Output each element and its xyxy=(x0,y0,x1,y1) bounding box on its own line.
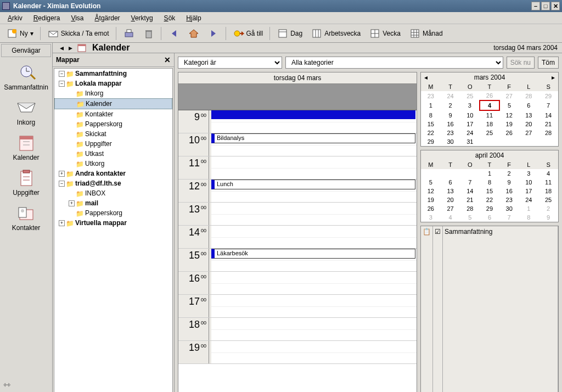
mini-day[interactable]: 23 xyxy=(421,91,441,100)
mini-day[interactable]: 11 xyxy=(480,110,499,120)
mini-day[interactable]: 6 xyxy=(480,213,499,222)
mini-day[interactable]: 27 xyxy=(519,128,539,137)
mini-day[interactable]: 31 xyxy=(460,137,480,146)
mini-day[interactable]: 3 xyxy=(519,169,539,178)
mini-day[interactable]: 30 xyxy=(499,204,519,213)
mini-day[interactable]: 26 xyxy=(499,128,519,137)
menu-åtgärder[interactable]: Åtgärder xyxy=(89,13,126,23)
mini-day[interactable]: 29 xyxy=(480,204,499,213)
mini-day[interactable]: 3 xyxy=(421,213,441,222)
shortcut-uppgifter[interactable]: Uppgifter xyxy=(0,164,52,199)
mini-day[interactable]: 1 xyxy=(480,169,499,178)
mini-day[interactable]: 8 xyxy=(480,178,499,187)
mini-day[interactable]: 16 xyxy=(499,187,519,195)
mini-day[interactable] xyxy=(480,137,499,146)
mini-day[interactable]: 5 xyxy=(499,100,519,110)
mini-day[interactable]: 20 xyxy=(441,195,460,204)
shortcut-inkorg[interactable]: Inkorg xyxy=(0,93,52,128)
event[interactable]: Lunch xyxy=(211,180,415,189)
mini-day[interactable]: 4 xyxy=(538,169,558,178)
mini-day[interactable]: 23 xyxy=(441,128,460,137)
tree-node[interactable]: 📁INBOX xyxy=(54,188,172,198)
mini-day[interactable]: 2 xyxy=(538,204,558,213)
menu-verktyg[interactable]: Verktyg xyxy=(126,13,159,23)
mini-day[interactable]: 14 xyxy=(460,187,480,195)
mini-day[interactable]: 6 xyxy=(519,100,539,110)
mini-day[interactable]: 25 xyxy=(538,195,558,204)
mini-day[interactable]: 26 xyxy=(480,91,499,100)
back-button[interactable]: ◂ xyxy=(57,43,66,52)
mini-day[interactable]: 10 xyxy=(519,178,539,187)
mini-day[interactable]: 17 xyxy=(460,120,480,128)
mini-day[interactable]: 4 xyxy=(480,100,499,110)
mini-day[interactable]: 18 xyxy=(480,120,499,128)
mini-day[interactable] xyxy=(441,169,460,178)
shortcut-kontakter[interactable]: Kontakter xyxy=(0,199,52,234)
day-view-button[interactable]: Dag xyxy=(274,26,306,41)
goto-button[interactable]: Gå till xyxy=(230,26,267,41)
tree-node[interactable]: +📁Virtuella mappar xyxy=(54,218,172,228)
mini-day[interactable]: 12 xyxy=(421,187,441,195)
shortcut-kalender[interactable]: Kalender xyxy=(0,128,52,164)
mini-day[interactable] xyxy=(499,137,519,146)
mini-day[interactable]: 19 xyxy=(421,195,441,204)
mini-day[interactable] xyxy=(538,137,558,146)
mini-day[interactable]: 7 xyxy=(460,178,480,187)
new-button[interactable]: Ny ▾ xyxy=(3,26,37,41)
month-view-button[interactable]: Månad xyxy=(406,26,446,41)
mini-day[interactable]: 29 xyxy=(538,91,558,100)
tree-node[interactable]: 📁Papperskorg xyxy=(54,119,172,129)
menu-redigera[interactable]: Redigera xyxy=(28,13,66,23)
tree-node[interactable]: −📁Lokala mappar xyxy=(54,79,172,88)
mini-day[interactable] xyxy=(460,169,480,178)
mini-day[interactable]: 4 xyxy=(441,213,460,222)
workweek-view-button[interactable]: Arbetsvecka xyxy=(308,26,364,41)
mini-next-button[interactable]: ▸ xyxy=(549,74,557,81)
mini-day[interactable]: 6 xyxy=(441,178,460,187)
mini-day[interactable]: 7 xyxy=(538,100,558,110)
mini-day[interactable]: 15 xyxy=(480,187,499,195)
mini-day[interactable]: 1 xyxy=(519,204,539,213)
allday-area[interactable] xyxy=(178,84,417,110)
tree-node[interactable]: 📁Uppgifter xyxy=(54,139,172,149)
mini-day[interactable]: 14 xyxy=(538,110,558,120)
event[interactable]: Läkarbesök xyxy=(211,249,415,259)
mini-day[interactable]: 17 xyxy=(519,187,539,195)
tree-node[interactable]: 📁Kontakter xyxy=(54,109,172,119)
mini-day[interactable]: 9 xyxy=(499,178,519,187)
mini-day[interactable]: 28 xyxy=(519,91,539,100)
mini-day[interactable]: 9 xyxy=(441,110,460,120)
tree-node[interactable]: 📁Utkast xyxy=(54,149,172,159)
mini-day[interactable]: 21 xyxy=(460,195,480,204)
tree-node[interactable]: +📁Andra kontakter xyxy=(54,169,172,178)
mini-day[interactable]: 27 xyxy=(499,91,519,100)
mini-day[interactable]: 9 xyxy=(538,213,558,222)
mini-day[interactable]: 21 xyxy=(538,120,558,128)
mini-day[interactable]: 24 xyxy=(519,195,539,204)
mini-day[interactable]: 15 xyxy=(421,120,441,128)
shortcuts-header[interactable]: Genvägar xyxy=(1,44,51,57)
clear-button[interactable]: Töm xyxy=(538,57,559,69)
next-button[interactable] xyxy=(205,26,222,41)
mini-day[interactable]: 2 xyxy=(499,169,519,178)
hours-area[interactable]: 9001000Bildanalys11001200Lunch1300140015… xyxy=(178,110,417,392)
minimize-button[interactable]: – xyxy=(531,2,540,10)
mini-day[interactable] xyxy=(421,169,441,178)
tree-node[interactable]: 📁Kalender xyxy=(54,98,172,109)
mini-day[interactable] xyxy=(519,137,539,146)
task-col-icon[interactable]: 📋 xyxy=(421,226,433,392)
mini-day[interactable]: 10 xyxy=(460,110,480,120)
mini-day[interactable]: 28 xyxy=(538,128,558,137)
mini-day[interactable]: 30 xyxy=(441,137,460,146)
task-col-check[interactable]: ☑ xyxy=(433,226,443,392)
send-receive-button[interactable]: Skicka / Ta emot xyxy=(44,26,113,41)
tree-node[interactable]: 📁Papperskorg xyxy=(54,208,172,218)
tree-node[interactable]: 📁Inkorg xyxy=(54,88,172,98)
mini-day[interactable]: 18 xyxy=(538,187,558,195)
menu-hjälp[interactable]: Hjälp xyxy=(181,13,206,23)
menu-visa[interactable]: Visa xyxy=(65,13,89,23)
mini-day[interactable]: 25 xyxy=(480,128,499,137)
mini-day[interactable]: 13 xyxy=(441,187,460,195)
close-button[interactable]: ✕ xyxy=(551,2,560,10)
search-button[interactable]: Sök nu xyxy=(507,57,535,69)
